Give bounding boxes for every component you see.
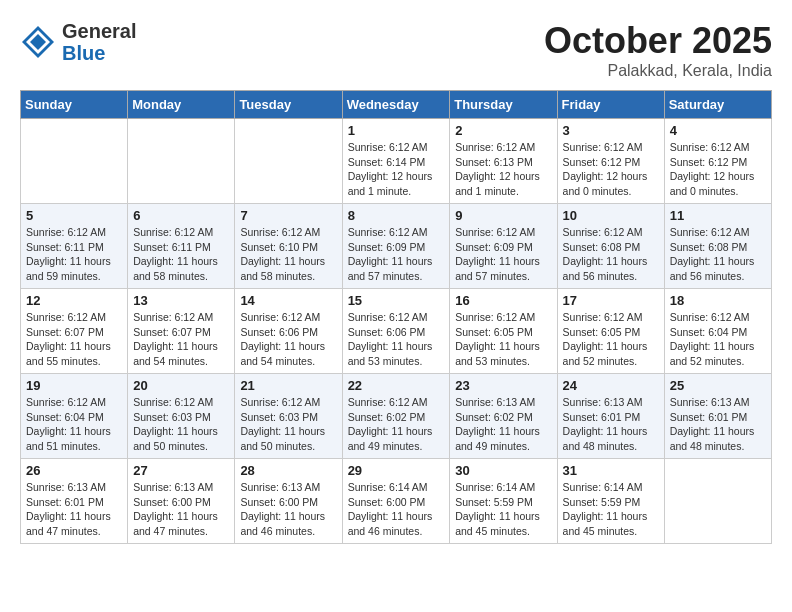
calendar-cell: 30Sunrise: 6:14 AM Sunset: 5:59 PM Dayli…: [450, 459, 557, 544]
day-info: Sunrise: 6:12 AM Sunset: 6:06 PM Dayligh…: [348, 310, 445, 369]
day-info: Sunrise: 6:13 AM Sunset: 6:01 PM Dayligh…: [563, 395, 659, 454]
calendar-cell: 7Sunrise: 6:12 AM Sunset: 6:10 PM Daylig…: [235, 204, 342, 289]
calendar-cell: 6Sunrise: 6:12 AM Sunset: 6:11 PM Daylig…: [128, 204, 235, 289]
day-number: 6: [133, 208, 229, 223]
day-number: 29: [348, 463, 445, 478]
day-number: 21: [240, 378, 336, 393]
calendar-cell: 5Sunrise: 6:12 AM Sunset: 6:11 PM Daylig…: [21, 204, 128, 289]
calendar-cell: 20Sunrise: 6:12 AM Sunset: 6:03 PM Dayli…: [128, 374, 235, 459]
day-info: Sunrise: 6:14 AM Sunset: 6:00 PM Dayligh…: [348, 480, 445, 539]
weekday-sunday: Sunday: [21, 91, 128, 119]
day-number: 24: [563, 378, 659, 393]
day-info: Sunrise: 6:12 AM Sunset: 6:04 PM Dayligh…: [670, 310, 766, 369]
day-number: 20: [133, 378, 229, 393]
day-info: Sunrise: 6:12 AM Sunset: 6:06 PM Dayligh…: [240, 310, 336, 369]
day-number: 4: [670, 123, 766, 138]
calendar-cell: 10Sunrise: 6:12 AM Sunset: 6:08 PM Dayli…: [557, 204, 664, 289]
day-number: 8: [348, 208, 445, 223]
calendar-week-5: 26Sunrise: 6:13 AM Sunset: 6:01 PM Dayli…: [21, 459, 772, 544]
day-info: Sunrise: 6:12 AM Sunset: 6:03 PM Dayligh…: [133, 395, 229, 454]
calendar-cell: 1Sunrise: 6:12 AM Sunset: 6:14 PM Daylig…: [342, 119, 450, 204]
day-number: 9: [455, 208, 551, 223]
day-number: 12: [26, 293, 122, 308]
calendar-cell: 4Sunrise: 6:12 AM Sunset: 6:12 PM Daylig…: [664, 119, 771, 204]
day-info: Sunrise: 6:12 AM Sunset: 6:08 PM Dayligh…: [670, 225, 766, 284]
day-info: Sunrise: 6:12 AM Sunset: 6:09 PM Dayligh…: [348, 225, 445, 284]
calendar-cell: [21, 119, 128, 204]
calendar-week-2: 5Sunrise: 6:12 AM Sunset: 6:11 PM Daylig…: [21, 204, 772, 289]
weekday-monday: Monday: [128, 91, 235, 119]
day-number: 5: [26, 208, 122, 223]
calendar-cell: 29Sunrise: 6:14 AM Sunset: 6:00 PM Dayli…: [342, 459, 450, 544]
calendar-cell: 14Sunrise: 6:12 AM Sunset: 6:06 PM Dayli…: [235, 289, 342, 374]
calendar-cell: 28Sunrise: 6:13 AM Sunset: 6:00 PM Dayli…: [235, 459, 342, 544]
day-number: 30: [455, 463, 551, 478]
weekday-thursday: Thursday: [450, 91, 557, 119]
subtitle: Palakkad, Kerala, India: [544, 62, 772, 80]
day-info: Sunrise: 6:12 AM Sunset: 6:02 PM Dayligh…: [348, 395, 445, 454]
calendar-cell: 26Sunrise: 6:13 AM Sunset: 6:01 PM Dayli…: [21, 459, 128, 544]
day-info: Sunrise: 6:12 AM Sunset: 6:05 PM Dayligh…: [563, 310, 659, 369]
calendar-cell: 25Sunrise: 6:13 AM Sunset: 6:01 PM Dayli…: [664, 374, 771, 459]
day-number: 19: [26, 378, 122, 393]
calendar-cell: 22Sunrise: 6:12 AM Sunset: 6:02 PM Dayli…: [342, 374, 450, 459]
title-block: October 2025 Palakkad, Kerala, India: [544, 20, 772, 80]
weekday-header-row: SundayMondayTuesdayWednesdayThursdayFrid…: [21, 91, 772, 119]
weekday-tuesday: Tuesday: [235, 91, 342, 119]
calendar-week-3: 12Sunrise: 6:12 AM Sunset: 6:07 PM Dayli…: [21, 289, 772, 374]
calendar-cell: 8Sunrise: 6:12 AM Sunset: 6:09 PM Daylig…: [342, 204, 450, 289]
weekday-saturday: Saturday: [664, 91, 771, 119]
day-info: Sunrise: 6:14 AM Sunset: 5:59 PM Dayligh…: [563, 480, 659, 539]
calendar-cell: 24Sunrise: 6:13 AM Sunset: 6:01 PM Dayli…: [557, 374, 664, 459]
day-info: Sunrise: 6:12 AM Sunset: 6:11 PM Dayligh…: [26, 225, 122, 284]
calendar-cell: 18Sunrise: 6:12 AM Sunset: 6:04 PM Dayli…: [664, 289, 771, 374]
day-info: Sunrise: 6:12 AM Sunset: 6:12 PM Dayligh…: [670, 140, 766, 199]
day-info: Sunrise: 6:13 AM Sunset: 6:01 PM Dayligh…: [670, 395, 766, 454]
calendar-cell: 15Sunrise: 6:12 AM Sunset: 6:06 PM Dayli…: [342, 289, 450, 374]
calendar-cell: 13Sunrise: 6:12 AM Sunset: 6:07 PM Dayli…: [128, 289, 235, 374]
month-title: October 2025: [544, 20, 772, 62]
calendar-cell: 12Sunrise: 6:12 AM Sunset: 6:07 PM Dayli…: [21, 289, 128, 374]
weekday-wednesday: Wednesday: [342, 91, 450, 119]
day-number: 1: [348, 123, 445, 138]
day-number: 22: [348, 378, 445, 393]
calendar-cell: 17Sunrise: 6:12 AM Sunset: 6:05 PM Dayli…: [557, 289, 664, 374]
calendar-cell: [235, 119, 342, 204]
day-number: 17: [563, 293, 659, 308]
day-number: 28: [240, 463, 336, 478]
day-info: Sunrise: 6:12 AM Sunset: 6:07 PM Dayligh…: [26, 310, 122, 369]
day-info: Sunrise: 6:13 AM Sunset: 6:00 PM Dayligh…: [240, 480, 336, 539]
day-info: Sunrise: 6:13 AM Sunset: 6:02 PM Dayligh…: [455, 395, 551, 454]
day-info: Sunrise: 6:13 AM Sunset: 6:00 PM Dayligh…: [133, 480, 229, 539]
day-info: Sunrise: 6:12 AM Sunset: 6:13 PM Dayligh…: [455, 140, 551, 199]
day-info: Sunrise: 6:12 AM Sunset: 6:10 PM Dayligh…: [240, 225, 336, 284]
logo-general: General: [62, 20, 136, 42]
day-info: Sunrise: 6:14 AM Sunset: 5:59 PM Dayligh…: [455, 480, 551, 539]
weekday-friday: Friday: [557, 91, 664, 119]
day-info: Sunrise: 6:13 AM Sunset: 6:01 PM Dayligh…: [26, 480, 122, 539]
day-number: 3: [563, 123, 659, 138]
calendar-cell: 9Sunrise: 6:12 AM Sunset: 6:09 PM Daylig…: [450, 204, 557, 289]
day-number: 14: [240, 293, 336, 308]
logo: General Blue: [20, 20, 136, 64]
day-number: 25: [670, 378, 766, 393]
calendar-cell: 16Sunrise: 6:12 AM Sunset: 6:05 PM Dayli…: [450, 289, 557, 374]
calendar-cell: [664, 459, 771, 544]
day-info: Sunrise: 6:12 AM Sunset: 6:09 PM Dayligh…: [455, 225, 551, 284]
calendar-cell: 23Sunrise: 6:13 AM Sunset: 6:02 PM Dayli…: [450, 374, 557, 459]
calendar-cell: 3Sunrise: 6:12 AM Sunset: 6:12 PM Daylig…: [557, 119, 664, 204]
day-number: 13: [133, 293, 229, 308]
calendar-cell: 31Sunrise: 6:14 AM Sunset: 5:59 PM Dayli…: [557, 459, 664, 544]
day-number: 27: [133, 463, 229, 478]
day-number: 15: [348, 293, 445, 308]
calendar-cell: 27Sunrise: 6:13 AM Sunset: 6:00 PM Dayli…: [128, 459, 235, 544]
day-number: 10: [563, 208, 659, 223]
day-number: 18: [670, 293, 766, 308]
day-number: 16: [455, 293, 551, 308]
day-info: Sunrise: 6:12 AM Sunset: 6:05 PM Dayligh…: [455, 310, 551, 369]
day-info: Sunrise: 6:12 AM Sunset: 6:08 PM Dayligh…: [563, 225, 659, 284]
day-number: 7: [240, 208, 336, 223]
day-number: 11: [670, 208, 766, 223]
logo-blue: Blue: [62, 42, 105, 64]
day-info: Sunrise: 6:12 AM Sunset: 6:03 PM Dayligh…: [240, 395, 336, 454]
